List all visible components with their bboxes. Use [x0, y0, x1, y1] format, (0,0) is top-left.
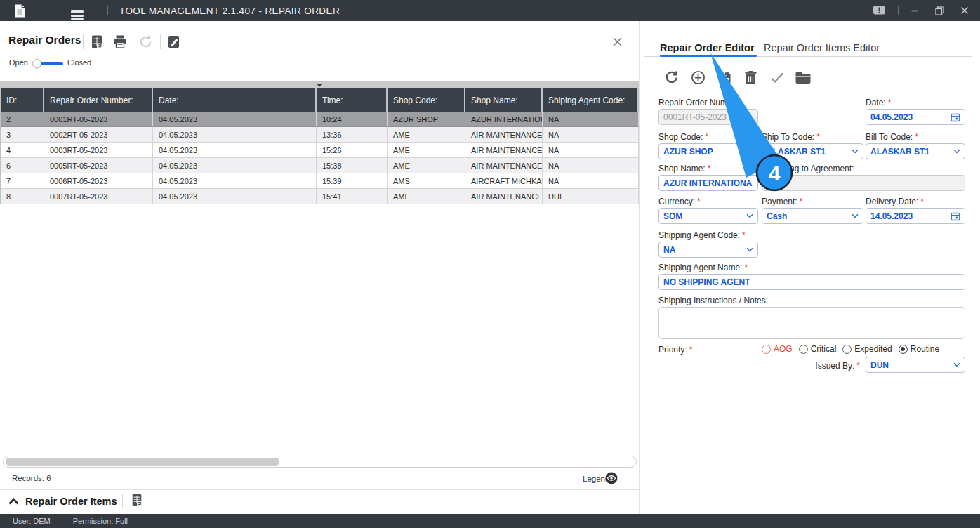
h-scrollbar-thumb[interactable]	[6, 458, 279, 466]
bill-to-code-select[interactable]: ALASKAR ST1	[866, 143, 965, 159]
add-icon[interactable]	[691, 70, 706, 85]
shipping-agent-name-input[interactable]: NO SHIPPING AGENT	[658, 274, 965, 290]
toolbar-separator	[83, 34, 84, 49]
ship-to-code-select[interactable]: ALASKAR ST1	[762, 143, 863, 159]
cell-shop-code: AZUR SHOP	[388, 112, 465, 127]
radio-routine[interactable]: Routine	[899, 344, 939, 354]
calendar-icon[interactable]	[948, 112, 960, 122]
close-panel-icon[interactable]	[612, 37, 623, 47]
cell-shop-code: AMS	[388, 173, 465, 189]
field-label: Currency:	[658, 197, 695, 206]
radio-circle[interactable]	[799, 345, 808, 354]
shop-code-input[interactable]: AZUR SHOP	[658, 143, 758, 159]
cell-shop-code: AME	[388, 158, 465, 173]
cell-repair-order-number: 0007RT-05-2023	[44, 189, 153, 204]
date-input[interactable]: 04.05.2023	[866, 109, 965, 125]
cell-shop-name: AIR MAINTENANCE E...	[465, 189, 543, 204]
edit-icon[interactable]	[167, 34, 180, 49]
cell-shipping-agent-code: NA	[543, 112, 639, 127]
cell-repair-order-number: 0006RT-05-2023	[44, 173, 153, 189]
minimize-button[interactable]	[911, 6, 919, 15]
items-section-title: Repair Order Items	[25, 496, 117, 507]
cell-date: 04.05.2023	[153, 143, 317, 158]
chevron-down-icon[interactable]	[317, 84, 322, 87]
cell-shipping-agent-code: NA	[543, 143, 639, 158]
field-label: Ship To Code:	[762, 132, 814, 142]
save-icon[interactable]	[717, 70, 732, 85]
field-shipping-agent-code: Shipping Agent Code:* NA	[658, 230, 758, 258]
items-export-excel-icon[interactable]	[131, 493, 143, 507]
restore-button[interactable]	[935, 6, 944, 15]
field-currency: Currency:* SOM	[658, 197, 758, 224]
radio-critical[interactable]: Critical	[799, 344, 837, 354]
close-window-button[interactable]	[960, 6, 969, 15]
editor-refresh-icon[interactable]	[664, 70, 679, 85]
cell-repair-order-number: 0002RT-05-2023	[44, 127, 153, 143]
cell-repair-order-number: 0005RT-05-2023	[44, 158, 153, 173]
delivery-date-input[interactable]: 14.05.2023	[866, 208, 965, 224]
cell-date: 04.05.2023	[153, 173, 317, 189]
cell-shop-code: AME	[388, 127, 465, 143]
radio-circle-selected[interactable]	[899, 345, 908, 354]
export-excel-icon[interactable]	[90, 34, 104, 49]
column-header-shop-name[interactable]: Shop Name:	[465, 88, 543, 112]
radio-circle[interactable]	[842, 345, 852, 354]
shipping-agent-code-select[interactable]: NA	[658, 242, 758, 258]
feedback-icon[interactable]	[873, 5, 886, 17]
refresh-icon[interactable]	[138, 34, 153, 49]
column-chooser-bar[interactable]	[0, 81, 639, 88]
menu-hamburger-icon[interactable]	[71, 8, 84, 13]
tab-repair-order-items-editor[interactable]: Repair Order Items Editor	[764, 42, 880, 53]
column-header-repair-order-number[interactable]: Repair Order Number:	[44, 88, 153, 112]
payment-select[interactable]: Cash	[762, 208, 863, 224]
field-shop-code: Shop Code:* AZUR SHOP	[658, 132, 758, 159]
issued-by-select[interactable]: DUN	[866, 357, 965, 373]
table-row[interactable]: 4 0003RT-05-2023 04.05.2023 15:26 AME AI…	[1, 143, 639, 158]
currency-select[interactable]: SOM	[658, 208, 758, 224]
records-count: Records: 6	[12, 474, 51, 482]
table-row[interactable]: 2 0001RT-05-2023 04.05.2023 10:24 AZUR S…	[1, 112, 639, 127]
folder-icon[interactable]	[795, 71, 812, 84]
delete-trash-icon[interactable]	[744, 70, 757, 85]
cell-repair-order-number: 0001RT-05-2023	[44, 112, 153, 127]
according-to-agreement-input[interactable]	[762, 175, 965, 191]
cell-id: 3	[1, 127, 44, 143]
table-row[interactable]: 8 0007RT-05-2023 04.05.2023 15:41 AME AI…	[1, 189, 639, 204]
open-closed-toggle[interactable]	[32, 58, 65, 69]
collapse-chevron-icon[interactable]	[8, 498, 19, 505]
radio-aog[interactable]: AOG	[762, 344, 793, 354]
cell-shop-name: AIR MAINTENANCE E...	[465, 143, 543, 158]
h-scrollbar[interactable]	[3, 456, 637, 468]
cell-id: 7	[1, 173, 44, 189]
column-header-date[interactable]: Date:	[153, 88, 317, 112]
table-row[interactable]: 7 0006RT-05-2023 04.05.2023 15:39 AMS AI…	[1, 173, 639, 189]
field-label: Shipping Instructions / Notes:	[658, 296, 768, 305]
repair-order-number-input[interactable]: 0001RT-05-2023	[658, 109, 758, 125]
column-header-shipping-agent-code[interactable]: Shiping Agent Code:	[543, 88, 639, 112]
radio-circle[interactable]	[762, 345, 771, 354]
priority-label: Priority:*	[658, 345, 692, 355]
radio-expedited[interactable]: Expedited	[842, 344, 892, 354]
confirm-check-icon[interactable]	[770, 72, 784, 84]
column-header-shop-code[interactable]: Shop Code:	[388, 88, 465, 112]
field-shipping-instructions: Shipping Instructions / Notes:	[658, 296, 965, 339]
shipping-instructions-textarea[interactable]	[658, 307, 965, 339]
calendar-icon[interactable]	[948, 211, 960, 221]
section-divider	[0, 489, 639, 490]
chevron-down-icon	[849, 213, 859, 218]
table-row[interactable]: 6 0005RT-05-2023 04.05.2023 15:38 AME AI…	[1, 158, 639, 173]
table-row[interactable]: 3 0002RT-05-2023 04.05.2023 13:36 AME AI…	[1, 127, 639, 143]
app-document-icon[interactable]	[14, 4, 25, 18]
shop-name-input[interactable]: AZUR INTERNATIONAL COM	[658, 175, 758, 191]
field-repair-order-number: Repair Order Number: 0001RT-05-2023	[658, 98, 758, 125]
column-header-time[interactable]: Time:	[317, 88, 388, 112]
chevron-down-icon	[849, 149, 859, 154]
cell-shop-code: AME	[388, 189, 465, 204]
column-header-id[interactable]: ID:	[1, 88, 44, 112]
titlebar-separator	[898, 6, 899, 15]
legend-eye-icon[interactable]	[605, 472, 618, 484]
print-icon[interactable]	[112, 34, 128, 49]
tab-repair-order-editor[interactable]: Repair Order Editor	[660, 42, 755, 53]
toggle-knob[interactable]	[32, 59, 41, 68]
field-label: Payment:	[762, 197, 797, 206]
